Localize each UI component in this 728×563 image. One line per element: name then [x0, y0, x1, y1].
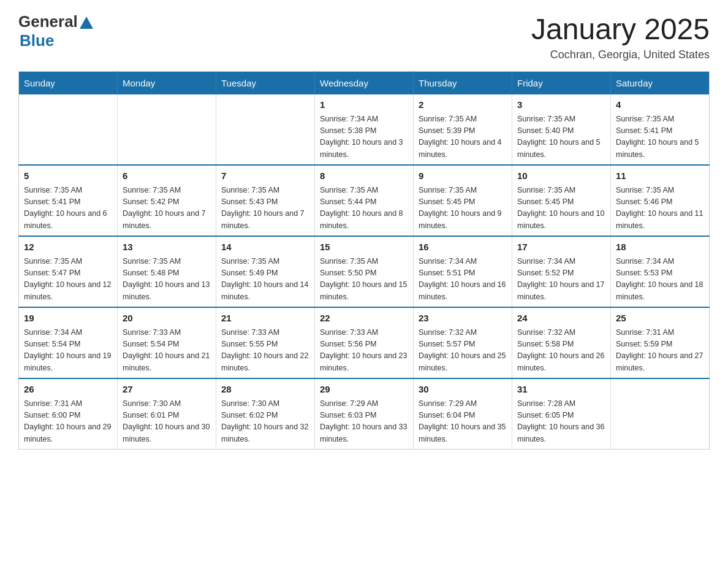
weekday-header-friday: Friday: [512, 72, 611, 95]
calendar-cell: [611, 378, 710, 450]
weekday-header-thursday: Thursday: [414, 72, 512, 95]
day-number: 22: [320, 312, 408, 326]
logo-triangle-icon: [80, 17, 93, 29]
calendar-cell: 3Sunrise: 7:35 AM Sunset: 5:40 PM Daylig…: [512, 94, 611, 165]
weekday-header-tuesday: Tuesday: [216, 72, 315, 95]
day-info: Sunrise: 7:29 AM Sunset: 6:03 PM Dayligh…: [320, 398, 408, 446]
day-number: 13: [123, 240, 211, 255]
day-info: Sunrise: 7:35 AM Sunset: 5:41 PM Dayligh…: [616, 113, 704, 161]
day-info: Sunrise: 7:34 AM Sunset: 5:53 PM Dayligh…: [616, 256, 704, 304]
calendar-cell: 17Sunrise: 7:34 AM Sunset: 5:52 PM Dayli…: [512, 236, 611, 307]
calendar-cell: 8Sunrise: 7:35 AM Sunset: 5:44 PM Daylig…: [315, 165, 414, 236]
day-info: Sunrise: 7:33 AM Sunset: 5:56 PM Dayligh…: [320, 327, 408, 375]
day-number: 29: [320, 383, 408, 397]
calendar-cell: 9Sunrise: 7:35 AM Sunset: 5:45 PM Daylig…: [414, 165, 512, 236]
day-info: Sunrise: 7:30 AM Sunset: 6:01 PM Dayligh…: [123, 398, 211, 446]
day-number: 14: [221, 240, 309, 255]
day-info: Sunrise: 7:35 AM Sunset: 5:47 PM Dayligh…: [24, 256, 112, 304]
calendar-cell: 19Sunrise: 7:34 AM Sunset: 5:54 PM Dayli…: [19, 307, 118, 378]
calendar-cell: 6Sunrise: 7:35 AM Sunset: 5:42 PM Daylig…: [118, 165, 216, 236]
calendar-week-1: 5Sunrise: 7:35 AM Sunset: 5:41 PM Daylig…: [19, 165, 710, 236]
calendar-cell: 14Sunrise: 7:35 AM Sunset: 5:49 PM Dayli…: [216, 236, 315, 307]
calendar-week-2: 12Sunrise: 7:35 AM Sunset: 5:47 PM Dayli…: [19, 236, 710, 307]
day-number: 12: [24, 240, 112, 255]
day-number: 4: [616, 98, 704, 112]
day-info: Sunrise: 7:35 AM Sunset: 5:46 PM Dayligh…: [616, 185, 704, 232]
calendar-cell: 5Sunrise: 7:35 AM Sunset: 5:41 PM Daylig…: [19, 165, 118, 236]
calendar-cell: [19, 94, 118, 165]
calendar-week-0: 1Sunrise: 7:34 AM Sunset: 5:38 PM Daylig…: [19, 94, 710, 165]
day-info: Sunrise: 7:35 AM Sunset: 5:39 PM Dayligh…: [419, 113, 507, 161]
day-info: Sunrise: 7:35 AM Sunset: 5:45 PM Dayligh…: [517, 185, 605, 232]
logo-general-text: General: [18, 12, 78, 31]
day-number: 8: [320, 169, 408, 183]
calendar-cell: 27Sunrise: 7:30 AM Sunset: 6:01 PM Dayli…: [118, 378, 216, 450]
calendar-cell: 15Sunrise: 7:35 AM Sunset: 5:50 PM Dayli…: [315, 236, 414, 307]
page-title: January 2025: [531, 12, 710, 46]
day-number: 27: [123, 383, 211, 397]
day-number: 16: [419, 240, 507, 255]
weekday-header-wednesday: Wednesday: [315, 72, 414, 95]
calendar-cell: [216, 94, 315, 165]
day-info: Sunrise: 7:34 AM Sunset: 5:52 PM Dayligh…: [517, 256, 605, 304]
day-number: 19: [24, 312, 112, 326]
day-number: 11: [616, 169, 704, 183]
day-info: Sunrise: 7:35 AM Sunset: 5:50 PM Dayligh…: [320, 256, 408, 304]
weekday-header-sunday: Sunday: [19, 72, 118, 95]
day-number: 20: [123, 312, 211, 326]
day-info: Sunrise: 7:30 AM Sunset: 6:02 PM Dayligh…: [221, 398, 309, 446]
calendar-cell: 26Sunrise: 7:31 AM Sunset: 6:00 PM Dayli…: [19, 378, 118, 450]
weekday-header-monday: Monday: [118, 72, 216, 95]
day-number: 30: [419, 383, 507, 397]
calendar-week-3: 19Sunrise: 7:34 AM Sunset: 5:54 PM Dayli…: [19, 307, 710, 378]
day-info: Sunrise: 7:35 AM Sunset: 5:49 PM Dayligh…: [221, 256, 309, 304]
day-info: Sunrise: 7:28 AM Sunset: 6:05 PM Dayligh…: [517, 398, 605, 446]
header: General Blue January 2025 Cochran, Georg…: [18, 12, 710, 61]
day-info: Sunrise: 7:31 AM Sunset: 6:00 PM Dayligh…: [24, 398, 112, 446]
day-info: Sunrise: 7:32 AM Sunset: 5:57 PM Dayligh…: [419, 327, 507, 375]
calendar-cell: 21Sunrise: 7:33 AM Sunset: 5:55 PM Dayli…: [216, 307, 315, 378]
calendar-cell: 11Sunrise: 7:35 AM Sunset: 5:46 PM Dayli…: [611, 165, 710, 236]
calendar-cell: 31Sunrise: 7:28 AM Sunset: 6:05 PM Dayli…: [512, 378, 611, 450]
day-number: 9: [419, 169, 507, 183]
calendar-cell: 12Sunrise: 7:35 AM Sunset: 5:47 PM Dayli…: [19, 236, 118, 307]
day-number: 28: [221, 383, 309, 397]
calendar-table: SundayMondayTuesdayWednesdayThursdayFrid…: [18, 71, 710, 450]
calendar-cell: 16Sunrise: 7:34 AM Sunset: 5:51 PM Dayli…: [414, 236, 512, 307]
day-info: Sunrise: 7:31 AM Sunset: 5:59 PM Dayligh…: [616, 327, 704, 375]
day-number: 17: [517, 240, 605, 255]
calendar-body: 1Sunrise: 7:34 AM Sunset: 5:38 PM Daylig…: [19, 94, 710, 450]
day-info: Sunrise: 7:34 AM Sunset: 5:38 PM Dayligh…: [320, 113, 408, 161]
calendar-cell: 25Sunrise: 7:31 AM Sunset: 5:59 PM Dayli…: [611, 307, 710, 378]
weekday-header-row: SundayMondayTuesdayWednesdayThursdayFrid…: [19, 72, 710, 95]
calendar-cell: 28Sunrise: 7:30 AM Sunset: 6:02 PM Dayli…: [216, 378, 315, 450]
day-number: 3: [517, 98, 605, 112]
day-info: Sunrise: 7:35 AM Sunset: 5:41 PM Dayligh…: [24, 185, 112, 232]
day-info: Sunrise: 7:33 AM Sunset: 5:54 PM Dayligh…: [123, 327, 211, 375]
day-number: 1: [320, 98, 408, 112]
day-number: 23: [419, 312, 507, 326]
day-info: Sunrise: 7:32 AM Sunset: 5:58 PM Dayligh…: [517, 327, 605, 375]
svg-marker-0: [80, 17, 93, 29]
day-info: Sunrise: 7:35 AM Sunset: 5:48 PM Dayligh…: [123, 256, 211, 304]
calendar-cell: 13Sunrise: 7:35 AM Sunset: 5:48 PM Dayli…: [118, 236, 216, 307]
calendar-cell: 7Sunrise: 7:35 AM Sunset: 5:43 PM Daylig…: [216, 165, 315, 236]
day-number: 26: [24, 383, 112, 397]
calendar-cell: 30Sunrise: 7:29 AM Sunset: 6:04 PM Dayli…: [414, 378, 512, 450]
calendar-cell: 18Sunrise: 7:34 AM Sunset: 5:53 PM Dayli…: [611, 236, 710, 307]
day-number: 5: [24, 169, 112, 183]
calendar-cell: 29Sunrise: 7:29 AM Sunset: 6:03 PM Dayli…: [315, 378, 414, 450]
day-info: Sunrise: 7:35 AM Sunset: 5:44 PM Dayligh…: [320, 185, 408, 232]
calendar-cell: 24Sunrise: 7:32 AM Sunset: 5:58 PM Dayli…: [512, 307, 611, 378]
day-number: 15: [320, 240, 408, 255]
weekday-header-saturday: Saturday: [611, 72, 710, 95]
calendar-cell: 20Sunrise: 7:33 AM Sunset: 5:54 PM Dayli…: [118, 307, 216, 378]
calendar-cell: 10Sunrise: 7:35 AM Sunset: 5:45 PM Dayli…: [512, 165, 611, 236]
day-number: 25: [616, 312, 704, 326]
calendar-cell: 4Sunrise: 7:35 AM Sunset: 5:41 PM Daylig…: [611, 94, 710, 165]
day-info: Sunrise: 7:34 AM Sunset: 5:51 PM Dayligh…: [419, 256, 507, 304]
day-number: 18: [616, 240, 704, 255]
day-info: Sunrise: 7:29 AM Sunset: 6:04 PM Dayligh…: [419, 398, 507, 446]
day-info: Sunrise: 7:34 AM Sunset: 5:54 PM Dayligh…: [24, 327, 112, 375]
calendar-week-4: 26Sunrise: 7:31 AM Sunset: 6:00 PM Dayli…: [19, 378, 710, 450]
